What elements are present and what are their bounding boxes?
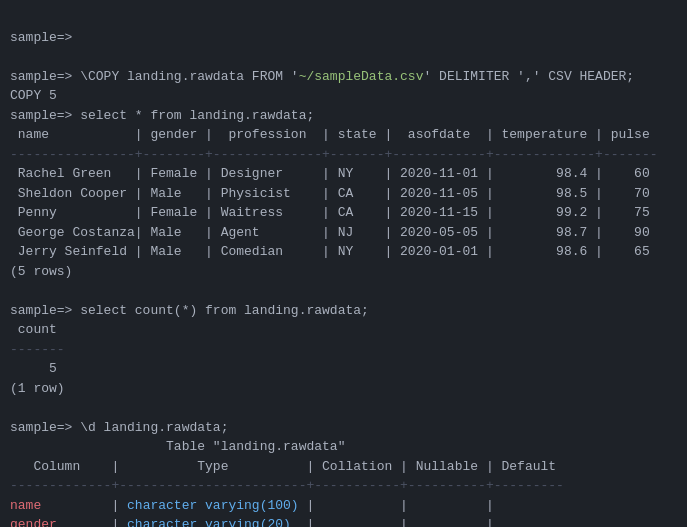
data-row-jerry: Jerry Seinfeld | Male | Comedian | NY | … bbox=[10, 244, 650, 259]
rows-count-1: (5 rows) bbox=[10, 264, 72, 279]
line-select-all-command: sample=> select * from landing.rawdata; bbox=[10, 108, 314, 123]
data-row-rachel: Rachel Green | Female | Designer | NY | … bbox=[10, 166, 650, 181]
data-row-penny: Penny | Female | Waitress | CA | 2020-11… bbox=[10, 205, 650, 220]
table-header-row: name | gender | profession | state | aso… bbox=[10, 127, 658, 142]
schema-row-gender: gender | character varying(20) | | | bbox=[10, 517, 494, 527]
count-separator: ------- bbox=[10, 342, 65, 357]
line-copy-command: sample=> \COPY landing.rawdata FROM '~/s… bbox=[10, 69, 634, 84]
line-describe-command: sample=> \d landing.rawdata; bbox=[10, 420, 228, 435]
data-row-george: George Costanza| Male | Agent | NJ | 202… bbox=[10, 225, 650, 240]
terminal-window: sample=> sample=> \COPY landing.rawdata … bbox=[10, 8, 677, 527]
count-header: count bbox=[10, 322, 65, 337]
rows-count-2: (1 row) bbox=[10, 381, 65, 396]
count-value: 5 bbox=[10, 361, 57, 376]
schema-header: Column | Type | Collation | Nullable | D… bbox=[10, 459, 564, 474]
line-sample-prompt: sample=> bbox=[10, 30, 72, 45]
line-count-command: sample=> select count(*) from landing.ra… bbox=[10, 303, 369, 318]
data-row-sheldon: Sheldon Cooper | Male | Physicist | CA |… bbox=[10, 186, 650, 201]
schema-row-name: name | character varying(100) | | | bbox=[10, 498, 494, 513]
table-separator-1: ----------------+--------+--------------… bbox=[10, 147, 658, 162]
schema-separator: -------------+------------------------+-… bbox=[10, 478, 564, 493]
line-copy-output: COPY 5 bbox=[10, 88, 57, 103]
table-title: Table "landing.rawdata" bbox=[10, 439, 345, 454]
